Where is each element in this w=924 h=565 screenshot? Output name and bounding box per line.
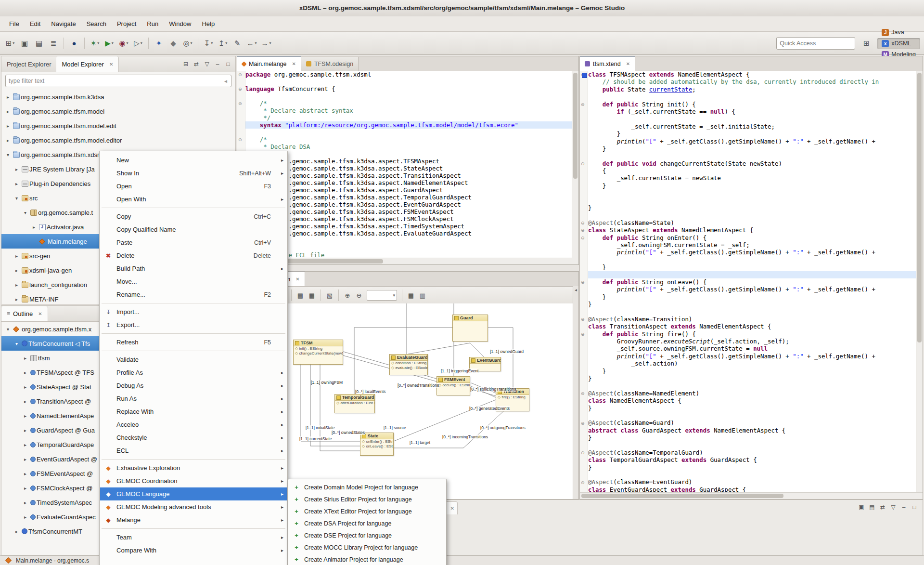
expand-arrow-icon[interactable]: ▸ — [22, 471, 29, 476]
xtend-code-area[interactable]: ⊖⊖⊖⊖⊖⊖⊖⊖⊖⊖⊖⊖⊖class TFSMAspect extends Na… — [580, 71, 916, 492]
submenu-item-create-domain-model-project-for-language[interactable]: +Create Domain Model Project for languag… — [289, 481, 446, 493]
submenu-item-create-sirius-editor-project-for-language[interactable]: +Create Sirius Editor Project for langua… — [289, 493, 446, 505]
dropdown-caret-icon[interactable]: ▾ — [269, 41, 271, 45]
new-icon[interactable]: ⊞▾ — [3, 37, 17, 50]
submenu-item-create-animator-project-for-language[interactable]: +Create Animator Project for language — [289, 553, 446, 565]
expand-arrow-icon[interactable]: ▸ — [30, 224, 38, 230]
print-icon[interactable]: ≣ — [47, 37, 60, 50]
fold-marker-icon[interactable]: ⊖ — [581, 317, 585, 322]
submenu-item-create-mocc-library-project-for-language[interactable]: +Create MOCC Library Project for languag… — [289, 541, 446, 553]
menu-item-debug-as[interactable]: Debug As▸ — [100, 379, 287, 392]
expand-arrow-icon[interactable]: ▸ — [4, 109, 12, 114]
menu-item-profile-as[interactable]: Profile As▸ — [100, 366, 287, 379]
gemoc-engine-icon[interactable]: ● — [67, 37, 81, 50]
expand-arrow-icon[interactable]: ▾ — [4, 152, 12, 158]
expand-arrow-icon[interactable]: ▸ — [13, 268, 20, 273]
expand-arrow-icon[interactable]: ▾ — [22, 210, 29, 215]
dropdown-caret-icon[interactable]: ▾ — [97, 41, 99, 45]
submenu-item-create-dse-project-for-language[interactable]: +Create DSE Project for language — [289, 529, 446, 541]
menu-item-copy-qualified-name[interactable]: Copy Qualified Name — [100, 223, 287, 236]
link-with-editor-icon[interactable]: ⇄ — [877, 502, 888, 512]
menu-navigate[interactable]: Navigate — [46, 18, 81, 30]
menu-item-rename[interactable]: Rename...F2 — [100, 288, 287, 301]
close-icon[interactable]: ✕ — [626, 61, 630, 66]
expand-arrow-icon[interactable]: ▸ — [22, 486, 29, 491]
expand-arrow-icon[interactable]: ▸ — [22, 413, 29, 419]
minimize-view-icon[interactable]: – — [212, 59, 223, 69]
fold-marker-icon[interactable]: ⊖ — [238, 72, 242, 77]
back-icon[interactable]: ←▾ — [245, 37, 258, 50]
menu-item-move[interactable]: Move... — [100, 275, 287, 288]
close-icon[interactable]: ✕ — [292, 61, 296, 66]
quick-access-input[interactable] — [776, 37, 855, 50]
maximize-view-icon[interactable]: □ — [223, 59, 233, 69]
menu-item-team[interactable]: Team▸ — [100, 531, 287, 544]
expand-arrow-icon[interactable]: ▸ — [13, 282, 20, 288]
tab-main-melange[interactable]: Main.melange✕ — [237, 56, 301, 71]
fold-marker-icon[interactable]: ⊖ — [581, 102, 585, 107]
zoom-level-combo[interactable]: ▾ — [367, 290, 397, 301]
tree-item-org-gemoc-sample-tfsm-model[interactable]: ▸org.gemoc.sample.tfsm.model — [1, 104, 235, 118]
show-preview-icon[interactable]: ▤ — [867, 502, 877, 512]
menu-item-acceleo[interactable]: Acceleo▸ — [100, 418, 287, 431]
view-menu-icon[interactable]: ▽ — [202, 59, 212, 69]
menu-item-export[interactable]: ↥Export... — [100, 318, 287, 331]
tab-model-explorer[interactable]: Model Explorer✕ — [56, 56, 119, 72]
menu-search[interactable]: Search — [81, 18, 112, 30]
dropdown-caret-icon[interactable]: ▾ — [141, 41, 142, 45]
tab-tfsm-xtend[interactable]: tfsm.xtend✕ — [580, 56, 635, 71]
menu-item-refresh[interactable]: RefreshF5 — [100, 336, 287, 349]
expand-arrow-icon[interactable]: ▸ — [4, 138, 12, 143]
menu-item-open[interactable]: OpenF3 — [100, 180, 287, 193]
menu-item-ecl[interactable]: ECL▸ — [100, 444, 287, 457]
close-icon[interactable]: ✕ — [295, 276, 299, 282]
expand-arrow-icon[interactable]: ▸ — [4, 94, 12, 100]
expand-arrow-icon[interactable]: ▸ — [22, 442, 29, 447]
menu-project[interactable]: Project — [112, 18, 141, 30]
search-icon[interactable]: ◎▾ — [181, 37, 194, 50]
diagram-node-tfsm[interactable]: TFSM◇ init() : EString◇ changeCurrentSta… — [293, 340, 343, 365]
minimize-view-icon[interactable]: – — [898, 502, 909, 512]
expand-arrow-icon[interactable]: ▸ — [13, 297, 20, 302]
dropdown-caret-icon[interactable]: ▾ — [13, 41, 14, 45]
menu-item-exhaustive-exploration[interactable]: ◆Exhaustive Exploration▸ — [100, 461, 287, 474]
expand-arrow-icon[interactable]: ▸ — [13, 181, 20, 186]
fold-marker-icon[interactable]: ⊖ — [581, 221, 585, 225]
diagram-node-state[interactable]: State◇ onEnter() : EString◇ onLeave() : … — [360, 433, 394, 456]
fold-marker-icon[interactable]: ⊖ — [581, 391, 585, 396]
menu-item-build-path[interactable]: Build Path▸ — [100, 262, 287, 275]
external-tools-icon[interactable]: ▷▾ — [131, 37, 145, 50]
submenu-item-create-xtext-editor-project-for-language[interactable]: +Create XText Editor Project for languag… — [289, 505, 446, 517]
dropdown-caret-icon[interactable]: ▾ — [112, 41, 114, 45]
fold-marker-icon[interactable]: ⊖ — [581, 228, 585, 233]
diagram-node-temporalguard[interactable]: TemporalGuard◇ afterDuration : EInt = 0 — [334, 394, 375, 413]
fold-marker-icon[interactable]: ⊖ — [581, 421, 585, 426]
profile-icon[interactable]: ◉▾ — [117, 37, 130, 50]
fold-marker-icon[interactable]: ⊖ — [581, 450, 585, 455]
new-plugin-icon[interactable]: ◆ — [167, 37, 180, 50]
save-all-icon[interactable]: ▤ — [32, 37, 46, 50]
pin-editor-icon[interactable]: ▣ — [856, 502, 867, 512]
fold-marker-icon[interactable]: ⊖ — [238, 137, 242, 142]
collapse-all-icon[interactable]: ⊟ — [180, 59, 191, 69]
fold-marker-icon[interactable]: ⊖ — [238, 87, 242, 92]
next-annotation-icon[interactable]: ↧▾ — [202, 37, 215, 50]
open-perspective-icon[interactable]: ⊞ — [860, 37, 873, 50]
expand-arrow-icon[interactable]: ▸ — [22, 399, 29, 404]
menu-file[interactable]: File — [4, 18, 25, 30]
menu-help[interactable]: Help — [196, 18, 220, 30]
menu-item-delete[interactable]: ✖DeleteDelete — [100, 249, 287, 262]
menu-edit[interactable]: Edit — [25, 18, 46, 30]
grid-icon[interactable]: ▦ — [406, 289, 416, 301]
close-icon[interactable]: ✕ — [109, 57, 113, 72]
menu-item-new[interactable]: New▸ — [100, 154, 287, 167]
expand-arrow-icon[interactable]: ▸ — [22, 370, 29, 375]
expand-arrow-icon[interactable]: ▸ — [13, 529, 20, 534]
view-menu-icon[interactable]: ▽ — [888, 502, 898, 512]
menu-item-compare-with[interactable]: Compare With▸ — [100, 544, 287, 557]
expand-arrow-icon[interactable]: ▸ — [13, 253, 20, 259]
menu-run[interactable]: Run — [141, 18, 164, 30]
vertical-scrollbar[interactable] — [572, 71, 578, 258]
tree-item-org-gemoc-sample-tfsm-model-editor[interactable]: ▸org.gemoc.sample.tfsm.model.editor — [1, 133, 235, 147]
save-icon[interactable]: ▣ — [18, 37, 31, 50]
